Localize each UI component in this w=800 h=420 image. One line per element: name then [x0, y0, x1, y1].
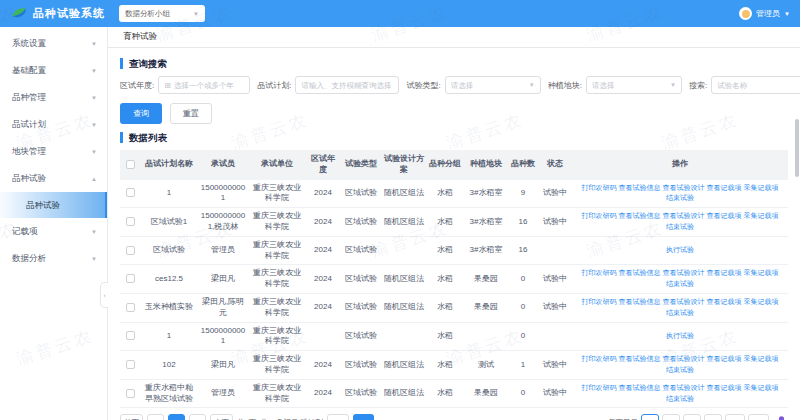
operation-link-3[interactable]: 查看记载项 [707, 384, 742, 391]
text-input[interactable] [174, 81, 244, 90]
operation-link-2[interactable]: 查看试验设计 [663, 212, 705, 219]
row-checkbox[interactable] [126, 331, 135, 340]
row-checkbox[interactable] [126, 246, 135, 255]
jump-page-input[interactable] [327, 414, 349, 420]
operation-link-1[interactable]: 查看试验信息 [619, 298, 661, 305]
operation-link-4[interactable]: 采集记载项 [744, 184, 779, 191]
cell-plot: 3#水稻室 [464, 208, 508, 237]
row-checkbox[interactable] [126, 360, 135, 369]
operation-link-4[interactable]: 采集记载项 [744, 298, 779, 305]
operation-link-0[interactable]: 打印农研码 [582, 355, 617, 362]
next-page-button[interactable]: › [189, 414, 206, 420]
operation-link-2[interactable]: 查看试验设计 [663, 355, 705, 362]
operation-link-0[interactable]: 打印农研码 [582, 212, 617, 219]
operation-link-4[interactable]: 采集记载项 [744, 355, 779, 362]
column-header-10: 操作 [572, 150, 788, 180]
operation-link-0[interactable]: 打印农研码 [582, 269, 617, 276]
page-size-option-100[interactable]: 100 [725, 414, 746, 420]
last-page-button[interactable]: 末页 [210, 414, 233, 420]
user-avatar[interactable] [739, 7, 752, 20]
content-scrollbar-thumb[interactable] [795, 119, 799, 177]
input-box[interactable]: ⊞ [158, 76, 250, 94]
operation-link-4[interactable]: 采集记载项 [744, 269, 779, 276]
operation-link-1[interactable]: 查看试验信息 [619, 184, 661, 191]
sidebar-item-3[interactable]: 品试计划▼ [0, 111, 107, 138]
operation-link-2[interactable]: 查看试验设计 [663, 184, 705, 191]
row-checkbox[interactable] [126, 303, 135, 312]
select-value[interactable] [592, 81, 667, 90]
tab-breeding-trial[interactable]: 育种试验 [123, 31, 157, 43]
chevron-down-icon: ▼ [91, 149, 97, 155]
operation-link-3[interactable]: 查看记载项 [707, 212, 742, 219]
operation-link-3[interactable]: 查看记载项 [707, 269, 742, 276]
input-box[interactable] [711, 76, 800, 94]
page-size-option-200[interactable]: 200 [748, 414, 769, 420]
reset-button[interactable]: 重置 [170, 103, 212, 124]
select-all-checkbox[interactable] [126, 160, 135, 169]
operation-link-5[interactable]: 结束试验 [666, 309, 694, 316]
row-checkbox[interactable] [126, 217, 135, 226]
operation-link-3[interactable]: 查看记载项 [707, 298, 742, 305]
operation-link-2[interactable]: 查看试验设计 [663, 384, 705, 391]
column-header-6: 品种分组 [426, 150, 464, 180]
operation-link-5[interactable]: 结束试验 [666, 366, 694, 373]
cell-year: 2024 [306, 351, 340, 380]
prev-page-button[interactable]: ‹ [147, 414, 164, 420]
operation-link-1[interactable]: 查看试验信息 [619, 384, 661, 391]
text-input[interactable] [301, 81, 393, 90]
select-box[interactable]: ▼ [586, 76, 682, 94]
row-checkbox[interactable] [126, 188, 135, 197]
operation-link-2[interactable]: 查看试验设计 [663, 269, 705, 276]
sidebar-item-5[interactable]: 品种试验▲ [0, 165, 107, 192]
sidebar-item-6[interactable]: 记载项▼ [0, 218, 107, 245]
page-size-option-80[interactable]: 80 [704, 414, 722, 420]
row-checkbox-cell [120, 208, 140, 237]
operation-link-5[interactable]: 结束试验 [666, 395, 694, 402]
username-label[interactable]: 管理员 [756, 8, 780, 19]
select-box[interactable]: ▼ [445, 76, 541, 94]
sidebar-item-4[interactable]: 地块管理▼ [0, 138, 107, 165]
row-checkbox[interactable] [126, 389, 135, 398]
team-selector-dropdown[interactable]: 数据分析小组 ▼ [119, 5, 205, 22]
operation-link-4[interactable]: 采集记载项 [744, 384, 779, 391]
operation-link-2[interactable]: 查看试验设计 [663, 298, 705, 305]
operation-link-5[interactable]: 结束试验 [666, 280, 694, 287]
cell-tester: 梁田凡 [198, 351, 248, 380]
input-box[interactable] [295, 76, 399, 94]
operation-link-0[interactable]: 打印农研码 [582, 298, 617, 305]
text-input[interactable] [717, 81, 800, 90]
operation-link-0[interactable]: 打印农研码 [582, 384, 617, 391]
sidebar-item-2[interactable]: 品种管理▼ [0, 84, 107, 111]
cell-unit: 重庆三峡农业科学院 [248, 293, 306, 322]
operation-link-4[interactable]: 采集记载项 [744, 212, 779, 219]
sidebar-collapse-handle[interactable]: ‹ [100, 282, 108, 308]
sidebar-item-0[interactable]: 系统设置▼ [0, 30, 107, 57]
page-size-option-60[interactable]: 60 [683, 414, 701, 420]
theme-flower-icon[interactable] [775, 416, 788, 420]
query-button[interactable]: 查询 [120, 103, 162, 124]
row-checkbox[interactable] [126, 274, 135, 283]
chevron-down-icon[interactable]: ▼ [784, 11, 790, 17]
operation-link-5[interactable]: 结束试验 [666, 223, 694, 230]
sidebar-item-7[interactable]: 数据分析▼ [0, 245, 107, 272]
operation-link-3[interactable]: 查看记载项 [707, 355, 742, 362]
sidebar-item-1[interactable]: 基础配置▼ [0, 57, 107, 84]
operation-link-1[interactable]: 查看试验信息 [619, 269, 661, 276]
search-form: 区试年度:⊞品试计划:试验类型:▼种植地块:▼搜索: [120, 76, 788, 94]
operation-link-3[interactable]: 查看记载项 [707, 184, 742, 191]
page-size-option-20[interactable]: 20 [641, 414, 659, 420]
operation-link-1[interactable]: 查看试验信息 [619, 212, 661, 219]
operation-link-0[interactable]: 打印农研码 [582, 184, 617, 191]
select-value[interactable] [451, 81, 526, 90]
sidebar-subitem-5-0[interactable]: 品种试验 [0, 192, 107, 218]
pagination-bar: 首页 ‹ 1 › 末页 共1页 共16条记录 跳转到 GO 每页显示 20406… [120, 408, 788, 420]
first-page-button[interactable]: 首页 [120, 414, 143, 420]
current-page-button[interactable]: 1 [168, 414, 185, 420]
operation-link-0[interactable]: 执行试验 [666, 332, 694, 339]
page-size-option-40[interactable]: 40 [662, 414, 680, 420]
operation-link-0[interactable]: 执行试验 [666, 246, 694, 253]
go-button[interactable]: GO [353, 414, 374, 420]
operation-link-1[interactable]: 查看试验信息 [619, 355, 661, 362]
cell-type: 区域试验 [340, 351, 382, 380]
operation-link-5[interactable]: 结束试验 [666, 194, 694, 201]
